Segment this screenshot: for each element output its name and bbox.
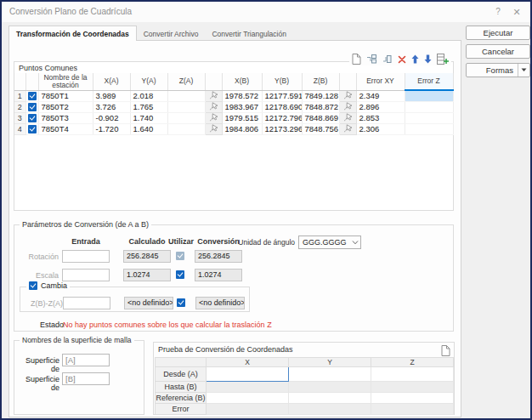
cell-zb[interactable]: 7848.756 — [302, 123, 339, 134]
header-error-z[interactable]: Error Z — [405, 73, 453, 90]
row-enabled-checkbox[interactable] — [25, 90, 38, 101]
cell-yb[interactable]: 12173.296 — [262, 123, 302, 134]
cell-za[interactable] — [167, 123, 205, 134]
checkbox-checked-icon — [28, 114, 37, 122]
cell-za[interactable] — [167, 112, 205, 123]
import-station-button[interactable] — [382, 54, 393, 64]
escala-entrada-input[interactable] — [62, 269, 110, 281]
cell-nombre[interactable]: 7850T1 — [38, 90, 93, 101]
pick-point-b-button[interactable] — [339, 90, 356, 101]
header-za[interactable]: Z(A) — [167, 73, 205, 90]
help-button[interactable]: ? — [491, 5, 505, 19]
z-diff-utilizar-checkbox[interactable] — [177, 298, 185, 307]
cell-xb[interactable]: 1979.515 — [222, 112, 262, 123]
cell-zb[interactable]: 7848.872 — [302, 101, 339, 112]
pick-point-b-button[interactable] — [339, 112, 356, 123]
cell-ya[interactable]: 1.740 — [130, 112, 167, 123]
pick-point-a-button[interactable] — [205, 123, 222, 134]
puntos-comunes-title: Puntos Comunes — [19, 64, 77, 72]
formas-dropdown-button[interactable] — [518, 64, 529, 77]
cambia-checkbox[interactable] — [29, 281, 37, 290]
referencia-y-input[interactable] — [289, 393, 371, 404]
move-up-button[interactable] — [411, 54, 419, 64]
cambia-checkbox-row[interactable]: Cambia — [26, 281, 70, 290]
add-row-button[interactable] — [437, 54, 449, 65]
pick-point-a-button[interactable] — [205, 112, 222, 123]
row-number[interactable]: 1 — [14, 90, 25, 101]
header-yb[interactable]: Y(B) — [262, 73, 302, 90]
cell-xb[interactable]: 1983.967 — [222, 101, 262, 112]
cell-error-xy[interactable]: 2.349 — [356, 90, 405, 101]
cell-xb[interactable]: 1978.572 — [222, 90, 262, 101]
header-xa[interactable]: X(A) — [93, 73, 130, 90]
row-enabled-checkbox[interactable] — [25, 112, 38, 123]
table-row: 3 7850T3 -0.902 1.740 1979.515 12172.796… — [14, 112, 453, 123]
cell-nombre[interactable]: 7850T3 — [38, 112, 93, 123]
escala-utilizar-checkbox[interactable] — [176, 270, 184, 279]
tab-convertir-archivo[interactable]: Convertir Archivo — [137, 27, 206, 41]
cell-yb[interactable]: 12177.591 — [262, 90, 302, 101]
referencia-z-input[interactable] — [371, 393, 454, 404]
desde-z-input[interactable] — [371, 367, 454, 382]
cell-za[interactable] — [167, 90, 205, 101]
cell-ya[interactable]: 1.640 — [130, 123, 167, 134]
new-document-icon — [352, 54, 361, 65]
cell-zb[interactable]: 7848.869 — [302, 112, 339, 123]
tab-transformacion-coordenadas[interactable]: Transformación de Coordenadas — [8, 26, 137, 41]
pick-point-a-button[interactable] — [205, 101, 222, 112]
header-nombre[interactable]: Nombre de la estación — [38, 73, 93, 90]
row-number[interactable]: 3 — [14, 112, 25, 123]
new-list-button[interactable] — [352, 54, 361, 65]
desde-x-input[interactable] — [207, 367, 289, 382]
pick-point-b-button[interactable] — [339, 123, 356, 134]
referencia-x-input[interactable] — [207, 393, 289, 404]
z-diff-entrada-input[interactable] — [63, 297, 110, 309]
cell-ya[interactable]: 2.018 — [130, 90, 167, 101]
tab-convertir-triangulacion[interactable]: Convertir Triangulación — [205, 27, 292, 41]
desde-y-input[interactable] — [289, 367, 371, 382]
import-points-icon — [366, 54, 377, 64]
cell-nombre[interactable]: 7850T2 — [38, 101, 93, 112]
cell-xa[interactable]: 3.989 — [93, 90, 130, 101]
cell-zb[interactable]: 7849.128 — [302, 90, 339, 101]
cell-xb[interactable]: 1984.806 — [222, 123, 262, 134]
import-points-button[interactable] — [366, 54, 377, 64]
superficie-b-input[interactable]: [B] — [62, 372, 110, 385]
cell-error-z-selected[interactable] — [405, 90, 453, 101]
pick-point-a-button[interactable] — [205, 90, 222, 101]
superficie-a-input[interactable]: [A] — [62, 354, 110, 366]
cell-nombre[interactable]: 7850T4 — [38, 123, 93, 134]
header-ya[interactable]: Y(A) — [130, 73, 167, 90]
cell-za[interactable] — [167, 101, 205, 112]
cell-error-z[interactable] — [405, 123, 453, 134]
header-error-xy[interactable]: Error XY — [356, 73, 405, 90]
row-number[interactable]: 2 — [14, 101, 25, 112]
rotacion-entrada-input[interactable] — [62, 250, 110, 263]
cell-error-z[interactable] — [405, 101, 453, 112]
formas-split-button[interactable]: Formas — [466, 63, 530, 77]
rotacion-utilizar-checkbox[interactable] — [176, 252, 184, 260]
delete-row-button[interactable] — [398, 55, 406, 64]
cell-error-xy[interactable]: 2.896 — [356, 101, 405, 112]
ejecutar-button[interactable]: Ejecutar — [466, 26, 530, 40]
cell-xa[interactable]: -1.720 — [93, 123, 130, 134]
row-enabled-checkbox[interactable] — [25, 123, 38, 134]
cell-error-xy[interactable]: 2.853 — [356, 112, 405, 123]
header-zb[interactable]: Z(B) — [302, 73, 339, 90]
row-enabled-checkbox[interactable] — [25, 101, 38, 112]
cell-error-z[interactable] — [405, 112, 453, 123]
cell-xa[interactable]: -0.902 — [93, 112, 130, 123]
unidad-angulo-select[interactable]: GGG.GGGG — [298, 236, 361, 249]
row-number[interactable]: 4 — [14, 123, 25, 134]
cancelar-button[interactable]: Cancelar — [466, 44, 530, 59]
cell-ya[interactable]: 1.765 — [130, 101, 167, 112]
pick-point-b-button[interactable] — [339, 101, 356, 112]
cell-xa[interactable]: 3.726 — [93, 101, 130, 112]
cell-yb[interactable]: 12172.796 — [262, 112, 302, 123]
close-button[interactable]: ✕ — [510, 5, 524, 19]
title-bar[interactable]: Conversión Plano de Cuadrícula ? ✕ — [2, 2, 530, 22]
cell-error-xy[interactable]: 2.306 — [356, 123, 405, 134]
header-xb[interactable]: X(B) — [222, 73, 262, 90]
cell-yb[interactable]: 12178.690 — [262, 101, 302, 112]
move-down-button[interactable] — [424, 54, 432, 64]
